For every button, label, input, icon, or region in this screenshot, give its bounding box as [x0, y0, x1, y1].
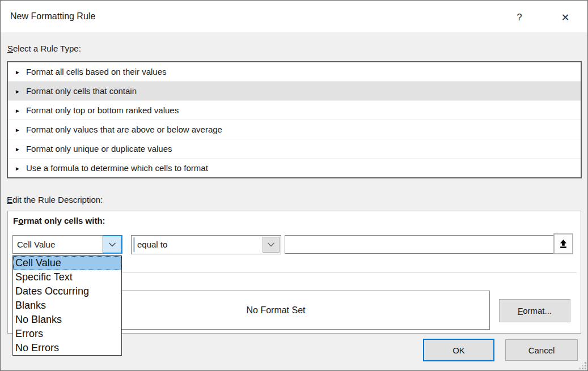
rule-type-item[interactable]: ►Format all cells based on their values	[8, 62, 581, 82]
rule-type-listbox: ►Format all cells based on their values …	[7, 61, 582, 178]
rule-type-item[interactable]: ►Format only unique or duplicate values	[8, 139, 581, 159]
rule-type-item-label: Format only cells that contain	[26, 86, 137, 96]
rule-type-item-label: Format only top or bottom ranked values	[26, 105, 179, 115]
dropdown-item[interactable]: Specific Text	[13, 270, 121, 284]
cell-type-combobox-value: Cell Value	[17, 236, 55, 253]
collapse-dialog-icon[interactable]	[553, 233, 573, 254]
dropdown-item-selected[interactable]: Cell Value	[13, 256, 121, 270]
cancel-button[interactable]: Cancel	[505, 339, 578, 361]
rule-arrow-icon: ►	[15, 63, 20, 82]
text-caret	[133, 237, 135, 252]
rule-type-item[interactable]: ►Use a formula to determine which cells …	[8, 159, 581, 178]
rule-arrow-icon: ►	[15, 82, 20, 101]
dropdown-item[interactable]: Blanks	[13, 298, 121, 313]
dialog-title: New Formatting Rule	[10, 1, 95, 32]
rule-arrow-icon: ►	[15, 159, 20, 178]
rule-type-item[interactable]: ►Format only values that are above or be…	[8, 120, 581, 139]
dropdown-item[interactable]: No Blanks	[13, 313, 121, 327]
rule-type-item-label: Format only unique or duplicate values	[26, 144, 172, 153]
close-icon[interactable]: ✕	[555, 7, 576, 27]
rule-type-item-label: Use a formula to determine which cells t…	[26, 163, 208, 173]
select-rule-type-label: Select a Rule Type:	[7, 44, 81, 55]
value-input[interactable]	[285, 235, 573, 254]
rule-type-item-label: Format only values that are above or bel…	[26, 125, 222, 134]
cell-type-dropdown-list: Cell Value Specific Text Dates Occurring…	[12, 255, 122, 356]
new-formatting-rule-dialog: New Formatting Rule ? ✕ Select a Rule Ty…	[0, 0, 588, 371]
chevron-down-icon[interactable]	[263, 237, 280, 253]
format-button[interactable]: Format...	[499, 299, 570, 322]
cell-type-combobox[interactable]: Cell Value	[12, 235, 122, 254]
dropdown-item[interactable]: Errors	[13, 327, 121, 341]
edit-rule-description-label: Edit the Rule Description:	[7, 195, 103, 206]
ok-button[interactable]: OK	[423, 339, 494, 361]
operator-combobox-value: equal to	[137, 236, 167, 254]
titlebar: New Formatting Rule ? ✕	[1, 1, 587, 32]
dropdown-item[interactable]: Dates Occurring	[13, 284, 121, 298]
help-icon[interactable]: ?	[509, 7, 530, 27]
resize-grip[interactable]	[578, 361, 587, 370]
rule-arrow-icon: ►	[15, 121, 20, 139]
rule-type-item-selected[interactable]: ►Format only cells that contain	[8, 82, 581, 101]
rule-arrow-icon: ►	[15, 101, 20, 120]
rule-arrow-icon: ►	[15, 140, 20, 159]
operator-combobox[interactable]: equal to	[131, 235, 281, 254]
rule-type-item-label: Format all cells based on their values	[26, 67, 167, 76]
format-preview: No Format Set	[62, 291, 490, 330]
chevron-down-icon[interactable]	[103, 236, 122, 253]
dropdown-item[interactable]: No Errors	[13, 341, 121, 355]
format-only-cells-with-label: Format only cells with:	[13, 216, 105, 225]
rule-type-item[interactable]: ►Format only top or bottom ranked values	[8, 101, 581, 120]
